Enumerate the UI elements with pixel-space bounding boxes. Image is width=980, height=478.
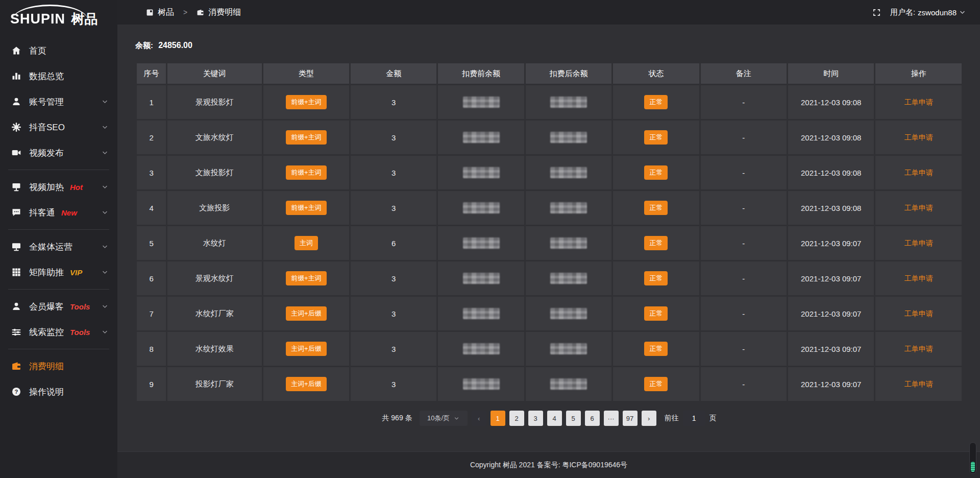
wallet-icon — [197, 9, 204, 16]
work-order-link[interactable]: 工单申请 — [904, 345, 933, 353]
table-row: 2文旅水纹灯前缀+主词3正常-2021-12-03 09:08工单申请 — [137, 121, 962, 154]
type-tag: 主词+后缀 — [286, 342, 327, 356]
breadcrumb-item-home[interactable]: 树品 — [158, 7, 174, 18]
status-tag: 正常 — [644, 130, 668, 145]
page-button-6[interactable]: 6 — [585, 411, 600, 426]
cell-amount: 3 — [351, 332, 436, 366]
cell-time: 2021-12-03 09:07 — [788, 332, 874, 366]
cell-amount: 3 — [351, 367, 436, 401]
type-tag: 前缀+主词 — [286, 201, 327, 215]
sidebar-divider — [8, 289, 109, 290]
table-row: 7水纹灯厂家主词+后缀3正常-2021-12-03 09:07工单申请 — [137, 297, 962, 330]
sidebar-item-0-2[interactable]: 账号管理 — [0, 89, 117, 114]
page-button-3[interactable]: 3 — [528, 411, 543, 426]
logo-text-en: SHUPIN — [10, 11, 65, 28]
goto-page-input[interactable] — [683, 411, 705, 426]
work-order-link[interactable]: 工单申请 — [904, 309, 933, 318]
masked-value — [463, 308, 500, 319]
sidebar-item-badge: New — [61, 208, 77, 217]
work-order-link[interactable]: 工单申请 — [904, 274, 933, 282]
cell-keyword: 景观水纹灯 — [167, 261, 261, 295]
work-order-link[interactable]: 工单申请 — [904, 239, 933, 247]
page-button-2[interactable]: 2 — [509, 411, 524, 426]
sidebar-item-1-0[interactable]: 视频加热Hot — [0, 174, 117, 200]
cell-amount: 3 — [351, 297, 436, 330]
fullscreen-icon[interactable] — [872, 8, 881, 17]
cell-status: 正常 — [613, 367, 699, 401]
cell-remark: - — [701, 121, 787, 154]
type-tag: 主词+后缀 — [286, 306, 327, 321]
sidebar-item-3-0[interactable]: 会员爆客Tools — [0, 294, 117, 319]
cell-index: 2 — [137, 121, 166, 154]
cell-balance-before — [438, 191, 524, 225]
user-icon — [11, 301, 21, 312]
table-row: 5水纹灯主词6正常-2021-12-03 09:07工单申请 — [137, 226, 962, 260]
chevron-down-icon — [102, 244, 108, 250]
cell-balance-after — [526, 156, 611, 189]
work-order-link[interactable]: 工单申请 — [904, 169, 933, 177]
page-button-97[interactable]: 97 — [623, 411, 638, 426]
masked-value — [463, 202, 500, 213]
work-order-link[interactable]: 工单申请 — [904, 98, 933, 106]
prev-page-button[interactable]: ‹ — [472, 411, 486, 426]
cell-index: 3 — [137, 156, 166, 189]
masked-value — [550, 132, 587, 143]
cell-action: 工单申请 — [875, 332, 962, 366]
work-order-link[interactable]: 工单申请 — [904, 204, 933, 212]
sidebar-item-4-0[interactable]: 消费明细 — [0, 353, 117, 379]
sidebar-item-label: 操作说明 — [29, 386, 64, 398]
cell-balance-after — [526, 121, 611, 154]
cell-amount: 6 — [351, 226, 436, 260]
page-button-4[interactable]: 4 — [547, 411, 562, 426]
sliders-icon — [11, 327, 21, 337]
cell-status: 正常 — [613, 297, 699, 330]
sidebar-item-badge: VIP — [70, 268, 82, 277]
cell-remark: - — [701, 156, 787, 189]
cell-type: 前缀+主词 — [263, 156, 349, 189]
user-menu[interactable]: 用户名: zswodun88 — [890, 8, 966, 17]
work-order-link[interactable]: 工单申请 — [904, 133, 933, 141]
page-button-1[interactable]: 1 — [491, 411, 505, 426]
type-tag: 前缀+主词 — [286, 130, 327, 145]
sidebar-divider — [8, 170, 109, 170]
cell-amount: 3 — [351, 156, 436, 189]
cell-time: 2021-12-03 09:08 — [788, 156, 874, 189]
sidebar-item-1-1[interactable]: 抖客通New — [0, 200, 117, 225]
cell-keyword: 水纹灯厂家 — [167, 297, 261, 330]
cell-balance-after — [526, 261, 611, 295]
cell-amount: 3 — [351, 261, 436, 295]
next-page-button[interactable]: › — [642, 411, 656, 426]
sidebar-item-2-1[interactable]: 矩阵助推VIP — [0, 259, 117, 285]
sidebar-item-label: 抖客通 — [29, 207, 55, 219]
status-tag: 正常 — [644, 236, 668, 250]
sidebar-item-4-1[interactable]: ?操作说明 — [0, 379, 117, 404]
sidebar-item-label: 会员爆客 — [29, 301, 64, 313]
sidebar-divider — [8, 349, 109, 349]
sidebar-item-0-0[interactable]: 首页 — [0, 38, 117, 63]
balance-value: 24856.00 — [158, 41, 192, 50]
cell-action: 工单申请 — [875, 156, 962, 189]
page-ellipsis-button[interactable]: ··· — [604, 411, 619, 426]
cell-balance-after — [526, 297, 611, 330]
sidebar-item-0-3[interactable]: 抖音SEO — [0, 114, 117, 140]
sidebar-item-0-1[interactable]: 数据总览 — [0, 63, 117, 89]
page-size-select[interactable]: 10条/页 — [420, 411, 468, 426]
sidebar-item-2-0[interactable]: 全媒体运营 — [0, 234, 117, 259]
scrollbar-thumb[interactable] — [971, 462, 975, 472]
cell-status: 正常 — [613, 156, 699, 189]
app-logo[interactable]: SHUPIN 树品 — [0, 3, 117, 31]
scrollbar-track[interactable] — [969, 442, 976, 474]
status-tag: 正常 — [644, 306, 668, 321]
cell-balance-after — [526, 367, 611, 401]
masked-value — [463, 237, 500, 249]
cell-index: 8 — [137, 332, 166, 366]
cell-index: 4 — [137, 191, 166, 225]
sidebar-item-0-4[interactable]: 视频发布 — [0, 140, 117, 165]
topbar: 树品 > 消费明细 用户名: zswodun88 — [117, 0, 980, 25]
work-order-link[interactable]: 工单申请 — [904, 380, 933, 388]
page-button-5[interactable]: 5 — [566, 411, 581, 426]
sidebar-item-label: 首页 — [29, 45, 46, 57]
cell-balance-before — [438, 226, 524, 260]
breadcrumb-item-current[interactable]: 消费明细 — [208, 7, 241, 18]
sidebar-item-3-1[interactable]: 线索监控Tools — [0, 319, 117, 345]
